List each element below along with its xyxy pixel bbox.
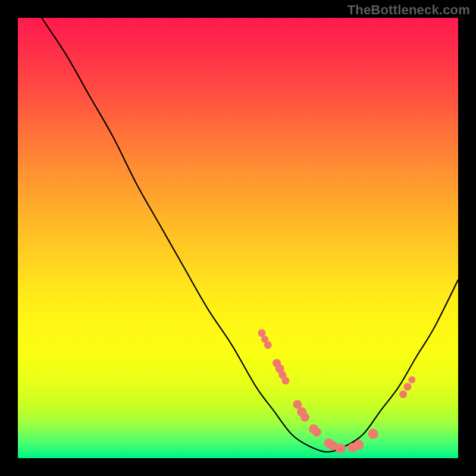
chart-frame: TheBottleneck.com (0, 0, 476, 476)
curve-marker (264, 341, 272, 349)
plot-area (18, 18, 458, 458)
marker-group (258, 329, 415, 453)
watermark-text: TheBottleneck.com (347, 2, 470, 18)
curve-layer (18, 18, 458, 458)
curve-marker (403, 383, 411, 391)
curve-marker (281, 377, 289, 384)
curve-marker (399, 390, 407, 398)
curve-marker (368, 429, 378, 439)
curve-marker (312, 428, 321, 437)
curve-marker (336, 443, 346, 453)
curve-marker (353, 440, 364, 450)
curve-marker (408, 376, 415, 383)
curve-marker (300, 413, 309, 422)
bottleneck-curve (42, 18, 458, 452)
